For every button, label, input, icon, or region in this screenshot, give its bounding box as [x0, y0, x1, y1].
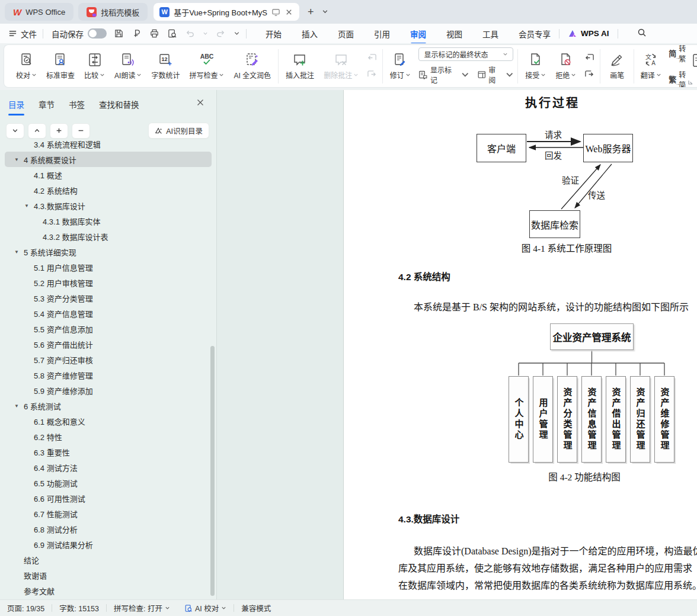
toc-item[interactable]: ▼5 系统详细实现	[5, 244, 212, 259]
toc-item[interactable]: ▼6 系统测试	[5, 398, 212, 413]
toc-item[interactable]: 5.4 资产信息管理	[5, 306, 212, 321]
toc-item[interactable]: 3.4 系统流程和逻辑	[5, 140, 212, 152]
toc-item[interactable]: 致谢语	[5, 567, 212, 583]
undo-history-chevron-icon[interactable]	[203, 31, 208, 36]
toc-item[interactable]: 5.8 资产维修管理	[5, 367, 212, 383]
tab-wps-office[interactable]: W WPS Office	[5, 3, 73, 21]
toc-item[interactable]: 6.8 测试分析	[5, 521, 212, 537]
to-simplified-button[interactable]: 繁→ 转简	[669, 69, 688, 88]
collapse-all-button[interactable]	[72, 123, 90, 139]
menu-tab-页面[interactable]: 页面	[338, 28, 354, 40]
collapse-arrow-icon[interactable]: ▼	[14, 249, 19, 255]
insert-comment-button[interactable]: 插入批注	[282, 50, 318, 82]
review-pane-button[interactable]: 审阅	[477, 65, 514, 85]
toc-item[interactable]: 6.3 重要性	[5, 444, 212, 460]
word-count-indicator[interactable]: 字数: 15153	[52, 602, 106, 614]
toc-item[interactable]: 4.1 概述	[5, 167, 212, 182]
sidebar-tab-章节[interactable]: 章节	[39, 98, 55, 116]
new-tab-button[interactable]: +	[308, 6, 314, 18]
standard-review-button[interactable]: 标准审查	[43, 50, 78, 82]
ai-proofread-status[interactable]: AI 校对	[177, 602, 234, 614]
menu-tab-工具[interactable]: 工具	[482, 28, 498, 40]
toc-item[interactable]: 5.2 用户审核管理	[5, 275, 212, 290]
sidebar-tab-书签[interactable]: 书签	[69, 98, 85, 116]
show-markup-button[interactable]: 显示标记	[418, 65, 469, 85]
track-changes-button[interactable]: 修订	[386, 50, 414, 82]
next-heading-button[interactable]	[6, 123, 24, 139]
expand-all-button[interactable]	[50, 123, 68, 139]
toc-item[interactable]: 参考文献	[5, 583, 212, 598]
close-sidebar-icon[interactable]	[196, 98, 204, 107]
menu-tab-审阅[interactable]: 审阅	[410, 28, 426, 40]
share-screen-icon[interactable]	[271, 8, 280, 17]
sidebar-tab-目录[interactable]: 目录	[8, 98, 24, 116]
print-icon[interactable]	[149, 28, 159, 38]
ai-polish-button[interactable]: AI 全文润色	[230, 50, 274, 82]
toc-item[interactable]: 4.3.1 数据库实体	[5, 213, 212, 229]
redo-icon[interactable]	[216, 28, 226, 38]
toc-item[interactable]: 6.4 测试方法	[5, 460, 212, 475]
undo-icon[interactable]	[185, 28, 195, 38]
translate-button[interactable]: 文A 翻译	[638, 50, 664, 82]
spell-check-button[interactable]: ABC 拼写检查	[186, 50, 228, 82]
toc-item[interactable]: 4.3.2 数据库设计表	[5, 229, 212, 244]
toc-item[interactable]: 5.3 资产分类管理	[5, 290, 212, 306]
menu-tab-插入[interactable]: 插入	[302, 28, 318, 40]
ai-recognize-toc-button[interactable]: AI识别目录	[148, 123, 209, 139]
collapse-arrow-icon[interactable]: ▼	[14, 157, 19, 162]
next-comment-icon[interactable]	[365, 68, 379, 81]
toc-item[interactable]: 6.2 特性	[5, 429, 212, 444]
close-tab-icon[interactable]	[284, 8, 293, 17]
dialog-launcher-icon[interactable]	[688, 79, 693, 85]
toc-item[interactable]: 6.7 性能测试	[5, 506, 212, 521]
previous-comment-icon[interactable]	[365, 52, 379, 65]
next-change-icon[interactable]	[582, 68, 596, 81]
document-page[interactable]: 执行过程 客户端 Web服务器 数据库检索 请求 回发 验证	[344, 90, 697, 599]
to-traditional-button[interactable]: 简→ 转繁	[669, 44, 688, 63]
toc-item[interactable]: 6.6 可用性测试	[5, 490, 212, 506]
menu-tab-会员专享[interactable]: 会员专享	[519, 28, 551, 40]
spell-check-status[interactable]: 拼写检查: 打开	[107, 602, 177, 614]
autosave-control[interactable]: 自动保存	[52, 28, 107, 40]
tab-docer-templates[interactable]: 找稻壳模板	[78, 3, 148, 21]
page-indicator[interactable]: 页面: 19/35	[0, 602, 52, 614]
save-icon[interactable]	[114, 28, 124, 38]
delete-comment-button[interactable]: 删除批注	[320, 50, 362, 82]
sidebar-tab-查找和替换[interactable]: 查找和替换	[99, 98, 139, 116]
ai-read-aloud-button[interactable]: AI朗读	[111, 50, 145, 82]
toc-item[interactable]: 5.5 资产信息添加	[5, 321, 212, 336]
export-pdf-icon[interactable]	[132, 28, 142, 38]
collapse-arrow-icon[interactable]: ▼	[14, 403, 19, 409]
menu-tab-视图[interactable]: 视图	[446, 28, 462, 40]
file-menu[interactable]: 文件	[8, 28, 37, 40]
previous-change-icon[interactable]	[582, 52, 596, 65]
collapse-arrow-icon[interactable]: ▼	[24, 203, 29, 208]
toc-item[interactable]: 5.9 资产维修添加	[5, 383, 212, 398]
toc-item[interactable]: 5.1 用户信息管理	[5, 259, 212, 275]
toc-item[interactable]: ▼4 系统概要设计	[5, 152, 212, 167]
sidebar-scrollbar[interactable]	[210, 346, 215, 596]
ink-brush-button[interactable]: 画笔	[604, 50, 630, 82]
toc-item[interactable]: 结论	[5, 552, 212, 567]
wps-ai-button[interactable]: WPS AI	[568, 29, 609, 38]
proofread-button[interactable]: 校对	[12, 50, 40, 82]
quick-toolbar-chevron-icon[interactable]	[234, 30, 240, 37]
toc-item[interactable]: 5.6 资产借出统计	[5, 336, 212, 352]
reject-change-button[interactable]: 拒绝	[552, 50, 580, 82]
menu-tab-引用[interactable]: 引用	[374, 28, 390, 40]
autosave-toggle-off[interactable]	[88, 28, 107, 38]
compare-button[interactable]: 比较	[81, 50, 108, 82]
print-preview-icon[interactable]	[167, 28, 177, 38]
markup-state-dropdown[interactable]: 显示标记的最终状态	[418, 47, 513, 61]
clipped-ribbon-button[interactable]	[691, 52, 697, 76]
toc-item[interactable]: 4.2 系统结构	[5, 182, 212, 198]
previous-heading-button[interactable]	[28, 123, 46, 139]
toc-item[interactable]: 5.7 资产归还审核	[5, 352, 212, 367]
menu-tab-开始[interactable]: 开始	[266, 28, 282, 40]
toc-item[interactable]: 6.5 功能测试	[5, 475, 212, 490]
search-icon[interactable]	[637, 28, 647, 39]
tab-document-active[interactable]: W 基于Vue+Spring Boot+MyS	[154, 3, 299, 21]
tab-list-chevron-icon[interactable]	[322, 7, 328, 17]
toc-item[interactable]: 6.1 概念和意义	[5, 413, 212, 429]
word-count-button[interactable]: 12 字数统计	[148, 50, 183, 82]
